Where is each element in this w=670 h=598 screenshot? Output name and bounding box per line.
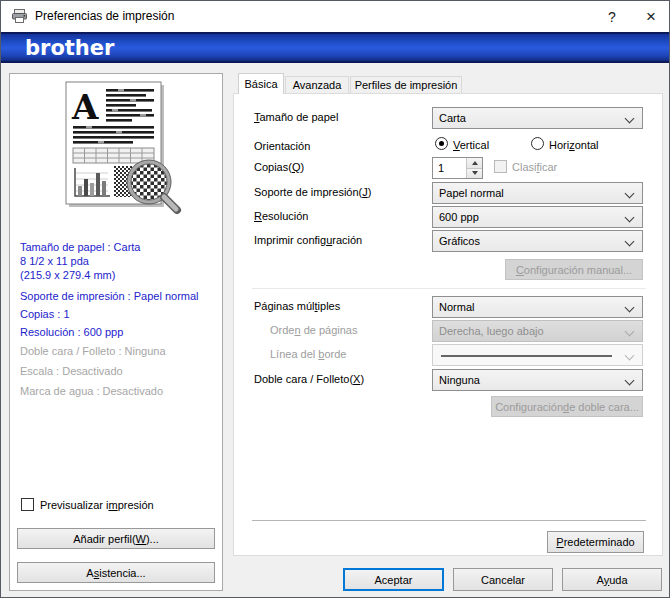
duplex-label: Doble cara / Folleto(X) — [254, 373, 364, 385]
manual-config-button: Configuración manual... — [505, 259, 643, 280]
tab-perfiles-de-impresion[interactable]: Perfiles de impresión — [350, 76, 462, 93]
page-order-label: Orden de páginas — [270, 324, 357, 336]
accept-button[interactable]: Aceptar — [343, 568, 444, 591]
media-type-value: Papel normal — [439, 187, 504, 199]
print-preview-checkbox[interactable] — [21, 498, 34, 511]
settings-summary-panel: A — [9, 73, 223, 591]
chevron-down-icon — [625, 213, 635, 223]
summary-paper-size: Tamaño de papel : Carta — [20, 240, 218, 254]
multiple-pages-value: Normal — [439, 301, 474, 313]
basic-settings-panel: Tamaño de papel Carta Orientación Vertic… — [233, 93, 663, 556]
paper-size-value: Carta — [439, 112, 466, 124]
resolution-value: 600 ppp — [439, 211, 479, 223]
cancel-button[interactable]: Cancelar — [453, 568, 553, 591]
close-button[interactable]: × — [632, 1, 670, 32]
orientation-vertical-label: Vertical — [453, 139, 489, 151]
window-title: Preferencias de impresión — [35, 9, 174, 23]
print-preferences-dialog: Preferencias de impresión ? × brother — [0, 0, 670, 598]
default-button[interactable]: Predeterminado — [547, 531, 644, 553]
help-button[interactable]: ? — [595, 1, 629, 32]
summary-media: Soporte de impresión : Papel normal — [20, 289, 218, 303]
resolution-label: Resolución — [254, 210, 308, 222]
summary-paper-mm: (215.9 x 279.4 mm) — [20, 268, 218, 282]
media-type-label: Soporte de impresión(J) — [254, 186, 371, 198]
border-line-select — [432, 344, 643, 366]
print-setting-value: Gráficos — [439, 235, 480, 247]
add-profile-button[interactable]: Añadir perfil(W)... — [17, 528, 215, 549]
print-setting-label: Imprimir configuración — [254, 234, 362, 246]
summary-copies: Copias : 1 — [20, 307, 218, 321]
collate-checkbox — [494, 160, 507, 173]
tab-avanzada[interactable]: Avanzada — [285, 76, 349, 93]
orientation-horizontal-radio[interactable] — [531, 137, 544, 150]
chevron-down-icon — [625, 303, 635, 313]
duplex-config-button: Configuración de doble cara... — [491, 396, 643, 417]
summary-scaling: Escala : Desactivado — [20, 364, 218, 378]
copies-stepper[interactable]: 1 — [432, 157, 483, 179]
border-line-label: Línea del borde — [270, 348, 346, 360]
chevron-down-icon — [625, 351, 635, 361]
spinner-down-icon[interactable] — [467, 169, 482, 179]
section-divider — [252, 288, 646, 289]
duplex-value: Ninguna — [439, 374, 480, 386]
orientation-label: Orientación — [254, 140, 310, 152]
line-style-sample — [441, 355, 612, 357]
multiple-pages-label: Páginas múltiples — [254, 300, 340, 312]
panel-divider — [252, 520, 646, 521]
orientation-horizontal-label: Horizontal — [549, 139, 599, 151]
copies-value: 1 — [438, 162, 444, 174]
summary-watermark: Marca de agua : Desactivado — [20, 384, 218, 398]
copies-spin-buttons — [466, 158, 482, 178]
media-type-select[interactable]: Papel normal — [432, 182, 643, 204]
tab-basica[interactable]: Básica — [238, 73, 284, 94]
summary-duplex: Doble cara / Folleto : Ninguna — [20, 344, 218, 358]
copies-label: Copias(Q) — [254, 161, 304, 173]
orientation-vertical-radio[interactable] — [435, 137, 448, 150]
spinner-up-icon[interactable] — [467, 158, 482, 169]
print-preview-label: Previsualizar impresión — [40, 499, 154, 511]
chevron-down-icon — [625, 114, 635, 124]
chevron-down-icon — [625, 327, 635, 337]
titlebar: Preferencias de impresión ? × — [1, 1, 669, 32]
current-settings-summary: Tamaño de papel : Carta 8 1/2 x 11 pda (… — [20, 240, 218, 398]
brand-banner: brother — [1, 32, 669, 63]
collate-label: Clasificar — [512, 161, 557, 173]
chevron-down-icon — [625, 376, 635, 386]
print-preview-option: Previsualizar impresión — [21, 498, 154, 511]
chevron-down-icon — [625, 237, 635, 247]
page-order-select: Derecha, luego abajo — [432, 320, 643, 342]
chevron-down-icon — [625, 189, 635, 199]
summary-resolution: Resolución : 600 ppp — [20, 325, 218, 339]
summary-paper-inches: 8 1/2 x 11 pda — [20, 254, 218, 268]
svg-text:A: A — [71, 87, 99, 127]
paper-size-label: Tamaño de papel — [254, 111, 338, 123]
help-footer-button[interactable]: Ayuda — [562, 568, 662, 591]
multiple-pages-select[interactable]: Normal — [432, 296, 643, 318]
duplex-select[interactable]: Ninguna — [432, 369, 643, 391]
printer-icon — [11, 8, 28, 25]
paper-size-select[interactable]: Carta — [432, 107, 643, 129]
print-setting-select[interactable]: Gráficos — [432, 230, 643, 252]
brother-logo: brother — [25, 36, 114, 60]
support-button[interactable]: Asistencia... — [17, 562, 215, 583]
resolution-select[interactable]: 600 ppp — [432, 206, 643, 228]
document-preview-image: A — [56, 80, 196, 218]
page-order-value: Derecha, luego abajo — [439, 325, 544, 337]
